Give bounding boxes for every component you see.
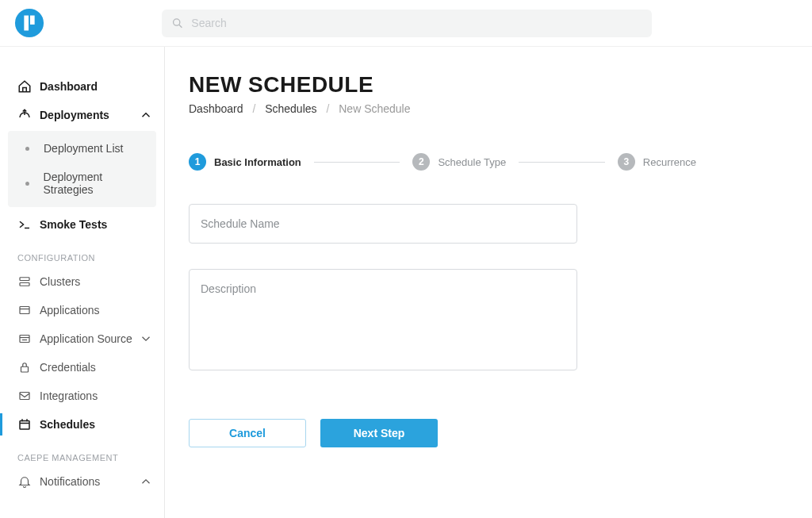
deployments-sub-group: Deployment List Deployment Strategies xyxy=(8,131,156,207)
sidebar-item-application-source[interactable]: Application Source xyxy=(0,324,164,353)
step-schedule-type: 2 Schedule Type xyxy=(412,153,506,171)
bullet-icon xyxy=(25,182,29,186)
source-icon xyxy=(17,332,32,346)
sidebar-sub-deployment-strategies[interactable]: Deployment Strategies xyxy=(8,163,156,204)
breadcrumb-item[interactable]: Dashboard xyxy=(189,102,243,115)
breadcrumb-sep: / xyxy=(326,102,329,115)
sidebar-item-label: Clusters xyxy=(40,275,80,288)
sidebar-sub-label: Deployment List xyxy=(44,142,123,155)
step-recurrence: 3 Recurrence xyxy=(618,153,696,171)
sidebar-item-dashboard[interactable]: Dashboard xyxy=(0,72,164,101)
main-content: NEW SCHEDULE Dashboard / Schedules / New… xyxy=(165,47,812,518)
step-basic-information: 1 Basic Information xyxy=(189,153,301,171)
chevron-down-icon xyxy=(139,332,153,346)
sidebar: Dashboard Deployments Deployment List De… xyxy=(0,47,165,518)
schedule-name-input[interactable] xyxy=(189,204,577,244)
home-icon xyxy=(17,79,32,94)
cancel-button[interactable]: Cancel xyxy=(189,419,306,447)
breadcrumb-sep: / xyxy=(252,102,255,115)
button-row: Cancel Next Step xyxy=(189,419,577,447)
svg-rect-10 xyxy=(20,336,29,343)
sidebar-item-smoke-tests[interactable]: Smoke Tests xyxy=(0,210,164,239)
bell-icon xyxy=(17,474,32,489)
sidebar-item-label: Credentials xyxy=(40,361,96,374)
terminal-icon xyxy=(17,217,32,232)
header xyxy=(0,0,812,47)
description-input[interactable] xyxy=(189,269,577,370)
sidebar-item-credentials[interactable]: Credentials xyxy=(0,353,164,382)
step-label: Schedule Type xyxy=(438,156,506,168)
step-connector xyxy=(314,162,400,163)
next-step-button[interactable]: Next Step xyxy=(320,419,438,447)
lock-icon xyxy=(17,360,32,374)
step-connector xyxy=(519,162,605,163)
page-title: NEW SCHEDULE xyxy=(189,72,788,98)
search-input[interactable] xyxy=(191,17,642,29)
sidebar-item-schedules[interactable]: Schedules xyxy=(0,410,164,439)
breadcrumb-item[interactable]: Schedules xyxy=(265,102,316,115)
step-number: 2 xyxy=(412,153,430,171)
sidebar-item-label: Schedules xyxy=(40,418,95,431)
sidebar-item-integrations[interactable]: Integrations xyxy=(0,382,164,410)
step-label: Recurrence xyxy=(643,156,696,168)
search-box[interactable] xyxy=(162,10,652,37)
svg-rect-7 xyxy=(20,283,29,286)
sidebar-item-label: Dashboard xyxy=(40,80,98,93)
clusters-icon xyxy=(17,274,32,289)
sidebar-item-notifications[interactable]: Notifications xyxy=(0,467,164,496)
sidebar-item-label: Smoke Tests xyxy=(40,218,107,231)
sidebar-item-label: Applications xyxy=(40,304,100,317)
sidebar-item-label: Deployments xyxy=(40,109,109,121)
breadcrumb-item-current: New Schedule xyxy=(339,102,410,115)
sidebar-item-label: Notifications xyxy=(40,475,100,488)
svg-point-0 xyxy=(15,9,44,37)
section-label-configuration: CONFIGURATION xyxy=(0,239,164,267)
brand-logo xyxy=(14,8,44,38)
step-number: 3 xyxy=(618,153,635,171)
section-label-management: CAEPE MANAGEMENT xyxy=(0,439,164,467)
envelope-icon xyxy=(17,389,32,403)
sidebar-sub-deployment-list[interactable]: Deployment List xyxy=(8,134,156,163)
sidebar-item-applications[interactable]: Applications xyxy=(0,296,164,324)
sidebar-item-label: Application Source xyxy=(40,332,132,345)
stepper: 1 Basic Information 2 Schedule Type 3 Re… xyxy=(189,153,696,171)
svg-point-3 xyxy=(174,19,180,25)
svg-rect-1 xyxy=(24,16,29,31)
svg-rect-14 xyxy=(20,393,29,400)
deploy-icon xyxy=(17,108,32,122)
calendar-icon xyxy=(17,417,32,432)
sidebar-item-clusters[interactable]: Clusters xyxy=(0,267,164,296)
svg-rect-15 xyxy=(20,421,29,430)
chevron-up-icon xyxy=(139,108,153,122)
sidebar-sub-label: Deployment Strategies xyxy=(44,171,145,196)
applications-icon xyxy=(17,303,32,317)
form-area: Cancel Next Step xyxy=(189,204,577,447)
svg-rect-6 xyxy=(20,278,29,281)
bullet-icon xyxy=(25,147,29,151)
sidebar-item-label: Integrations xyxy=(40,389,98,402)
step-label: Basic Information xyxy=(214,156,301,168)
sidebar-item-deployments[interactable]: Deployments xyxy=(0,101,164,129)
svg-rect-8 xyxy=(20,307,29,314)
svg-line-4 xyxy=(179,25,182,28)
breadcrumb: Dashboard / Schedules / New Schedule xyxy=(189,102,788,115)
chevron-up-icon xyxy=(139,474,153,489)
step-number: 1 xyxy=(189,153,206,171)
search-icon xyxy=(171,17,183,29)
svg-rect-2 xyxy=(30,16,35,25)
svg-rect-13 xyxy=(21,366,29,372)
